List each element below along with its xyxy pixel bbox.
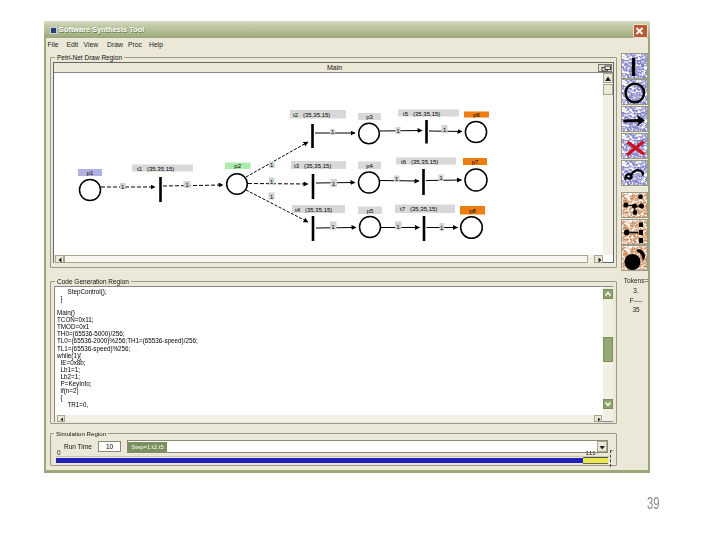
svg-text:1: 1 xyxy=(332,224,335,230)
svg-text:p5: p5 xyxy=(367,208,374,214)
svg-text:1: 1 xyxy=(439,175,442,181)
svg-text:1: 1 xyxy=(395,176,398,182)
svg-text:1: 1 xyxy=(121,184,124,190)
svg-text:1: 1 xyxy=(396,128,399,134)
svg-text:t6 (35,35,15): t6 (35,35,15) xyxy=(401,159,438,165)
svg-text:p3: p3 xyxy=(366,114,373,120)
svg-text:t7 (35,35,15): t7 (35,35,15) xyxy=(400,206,437,212)
svg-text:p7: p7 xyxy=(472,159,479,165)
svg-text:1: 1 xyxy=(440,225,443,231)
svg-text:p8: p8 xyxy=(469,208,476,214)
svg-text:t5 (35,35,15): t5 (35,35,15) xyxy=(403,111,440,117)
svg-text:t4 (35,35,15): t4 (35,35,15) xyxy=(295,207,332,213)
svg-text:p6: p6 xyxy=(473,112,480,118)
svg-text:p4: p4 xyxy=(366,163,373,169)
svg-text:1: 1 xyxy=(270,194,273,200)
svg-text:1: 1 xyxy=(443,127,446,133)
svg-text:t3 (35,35,15): t3 (35,35,15) xyxy=(294,163,331,169)
svg-text:1: 1 xyxy=(270,179,273,185)
svg-text:1: 1 xyxy=(397,224,400,230)
svg-text:1: 1 xyxy=(332,181,335,187)
svg-text:p1: p1 xyxy=(87,170,94,176)
svg-text:1: 1 xyxy=(185,182,188,188)
svg-text:1: 1 xyxy=(270,162,273,168)
svg-text:t2 (35,35,15): t2 (35,35,15) xyxy=(293,112,330,118)
svg-text:1: 1 xyxy=(331,129,334,135)
svg-text:p2: p2 xyxy=(234,163,241,169)
svg-text:t1 (35,35,15): t1 (35,35,15) xyxy=(137,166,174,172)
